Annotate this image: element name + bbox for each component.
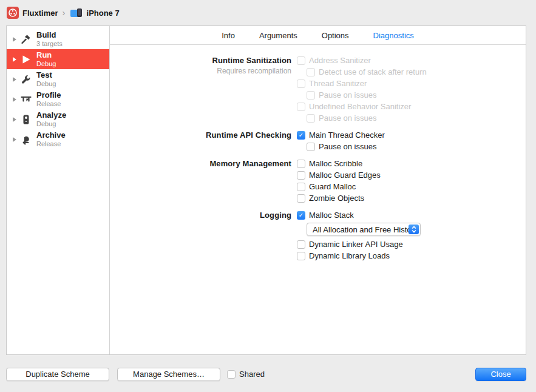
analyzer-icon <box>20 113 32 125</box>
disclosure-triangle-icon[interactable] <box>13 77 16 82</box>
checkbox-label[interactable]: Address Sanitizer <box>309 56 371 65</box>
checkbox-label[interactable]: Thread Sanitizer <box>309 79 367 88</box>
app-icon <box>7 7 19 19</box>
group-runtime-api-checking: Runtime API Checking Main Thread Checker… <box>110 129 526 152</box>
wrench-icon <box>20 73 32 85</box>
group-subtitle: Requires recompilation <box>110 66 291 76</box>
play-icon <box>20 53 32 65</box>
checkbox-row-malloc-guard-edges: Malloc Guard Edges <box>297 169 526 181</box>
checkbox[interactable] <box>297 183 305 191</box>
sidebar-item-analyze[interactable]: Analyze Debug <box>7 109 109 129</box>
sidebar-item-test[interactable]: Test Debug <box>7 69 109 89</box>
sidebar-item-title: Profile <box>36 91 61 100</box>
dropdown-selected-value: All Allocation and Free History <box>307 225 418 234</box>
disclosure-triangle-icon[interactable] <box>13 117 16 122</box>
checkbox-row-zombie-objects: Zombie Objects <box>297 192 526 204</box>
sidebar-item-subtitle: Debug <box>36 80 56 87</box>
scheme-editor-dialog: Build 3 targets Run Debug <box>6 25 526 355</box>
malloc-stack-dropdown[interactable]: All Allocation and Free History <box>307 223 421 236</box>
checkbox-label[interactable]: Malloc Stack <box>309 211 354 220</box>
checkbox[interactable] <box>297 194 305 203</box>
checkbox-label[interactable]: Dynamic Linker API Usage <box>309 240 403 249</box>
tab-info[interactable]: Info <box>222 31 235 40</box>
group-title: Logging <box>110 209 291 221</box>
checkbox[interactable] <box>307 68 315 76</box>
group-runtime-sanitization: Runtime Sanitization Requires recompilat… <box>110 55 526 124</box>
disclosure-triangle-icon[interactable] <box>13 137 16 142</box>
checkbox-row-pause-on-issues-thread: Pause on issues <box>297 89 526 101</box>
tab-arguments[interactable]: Arguments <box>259 31 297 40</box>
checkbox-label[interactable]: Undefined Behavior Sanitizer <box>309 102 411 111</box>
checkbox[interactable] <box>297 79 305 88</box>
sidebar-item-title: Analyze <box>36 111 66 120</box>
scheme-actions-sidebar: Build 3 targets Run Debug <box>7 26 110 354</box>
checkbox-label[interactable]: Guard Malloc <box>309 182 356 191</box>
sidebar-item-subtitle: Debug <box>36 120 66 127</box>
shared-checkbox-row: Shared <box>227 370 265 379</box>
device-icon <box>70 7 83 18</box>
shared-checkbox[interactable] <box>227 370 236 379</box>
checkbox[interactable] <box>297 171 305 180</box>
checkbox-row-main-thread-checker: Main Thread Checker <box>297 129 526 141</box>
checkbox[interactable] <box>297 252 305 260</box>
sidebar-item-build[interactable]: Build 3 targets <box>7 29 109 49</box>
disclosure-triangle-icon[interactable] <box>13 37 16 42</box>
checkbox-row-thread-sanitizer: Thread Sanitizer <box>297 78 526 89</box>
checkbox-row-pause-on-issues-ub: Pause on issues <box>297 112 526 124</box>
simulator-icon <box>70 7 83 18</box>
tab-options[interactable]: Options <box>322 31 349 40</box>
caliper-icon <box>20 93 32 105</box>
checkbox-label[interactable]: Detect use of stack after return <box>319 67 427 76</box>
group-title: Runtime Sanitization <box>110 55 291 66</box>
sidebar-item-title: Archive <box>36 131 66 140</box>
checkbox-label[interactable]: Malloc Scribble <box>309 159 362 168</box>
group-logging: Logging Malloc Stack All Allocation and … <box>110 209 526 262</box>
checkbox-row-pause-on-issues-mtc: Pause on issues <box>297 141 526 152</box>
sidebar-item-profile[interactable]: Profile Release <box>7 89 109 109</box>
sidebar-item-title: Build <box>36 31 63 39</box>
duplicate-scheme-button[interactable]: Duplicate Scheme <box>6 368 109 381</box>
dropdown-stepper-icon <box>409 225 419 234</box>
checkbox[interactable] <box>297 56 305 65</box>
checkbox-label[interactable]: Dynamic Library Loads <box>309 251 390 260</box>
sidebar-item-run[interactable]: Run Debug <box>7 49 109 69</box>
hammer-icon <box>20 33 32 45</box>
close-button[interactable]: Close <box>475 368 526 381</box>
checkbox[interactable] <box>297 103 305 111</box>
group-title: Runtime API Checking <box>110 129 291 141</box>
checkbox-row-dynamic-library-loads: Dynamic Library Loads <box>297 250 526 262</box>
checkbox[interactable] <box>297 211 305 220</box>
checkbox-label[interactable]: Pause on issues <box>319 142 376 151</box>
footer-bar: Duplicate Scheme Manage Schemes… Shared … <box>0 368 536 381</box>
tab-bar: Info Arguments Options Diagnostics <box>110 26 526 45</box>
sidebar-item-title: Test <box>36 71 56 79</box>
checkbox[interactable] <box>307 91 315 100</box>
tab-diagnostics[interactable]: Diagnostics <box>373 31 414 40</box>
checkbox[interactable] <box>297 160 305 168</box>
checkbox-row-detect-stack-use: Detect use of stack after return <box>297 66 526 78</box>
checkbox[interactable] <box>307 143 315 151</box>
device-selector[interactable]: iPhone 7 <box>87 8 120 18</box>
group-title: Memory Management <box>110 158 291 169</box>
sidebar-item-subtitle: 3 targets <box>36 40 63 47</box>
checkbox-label[interactable]: Pause on issues <box>319 113 376 123</box>
checkbox-label[interactable]: Main Thread Checker <box>309 130 385 140</box>
checkbox-row-address-sanitizer: Address Sanitizer <box>297 55 526 66</box>
scheme-selector[interactable]: Fluxtimer <box>22 8 58 18</box>
diagnostics-content: Runtime Sanitization Requires recompilat… <box>110 45 526 354</box>
shared-checkbox-label[interactable]: Shared <box>239 370 265 379</box>
checkbox[interactable] <box>297 240 305 249</box>
disclosure-triangle-icon[interactable] <box>13 97 16 102</box>
checkbox[interactable] <box>307 114 315 123</box>
disclosure-triangle-icon[interactable] <box>13 57 16 62</box>
sidebar-item-archive[interactable]: Archive Release <box>7 129 109 149</box>
checkbox-row-dynamic-linker-api: Dynamic Linker API Usage <box>297 238 526 250</box>
checkbox-row-malloc-scribble: Malloc Scribble <box>297 158 526 169</box>
checkbox-label[interactable]: Zombie Objects <box>309 194 364 203</box>
group-memory-management: Memory Management Malloc Scribble Malloc… <box>110 158 526 204</box>
malloc-stack-options-row: All Allocation and Free History <box>307 222 526 237</box>
manage-schemes-button[interactable]: Manage Schemes… <box>117 368 220 381</box>
checkbox[interactable] <box>297 131 305 140</box>
checkbox-label[interactable]: Malloc Guard Edges <box>309 171 381 180</box>
checkbox-label[interactable]: Pause on issues <box>319 90 376 100</box>
